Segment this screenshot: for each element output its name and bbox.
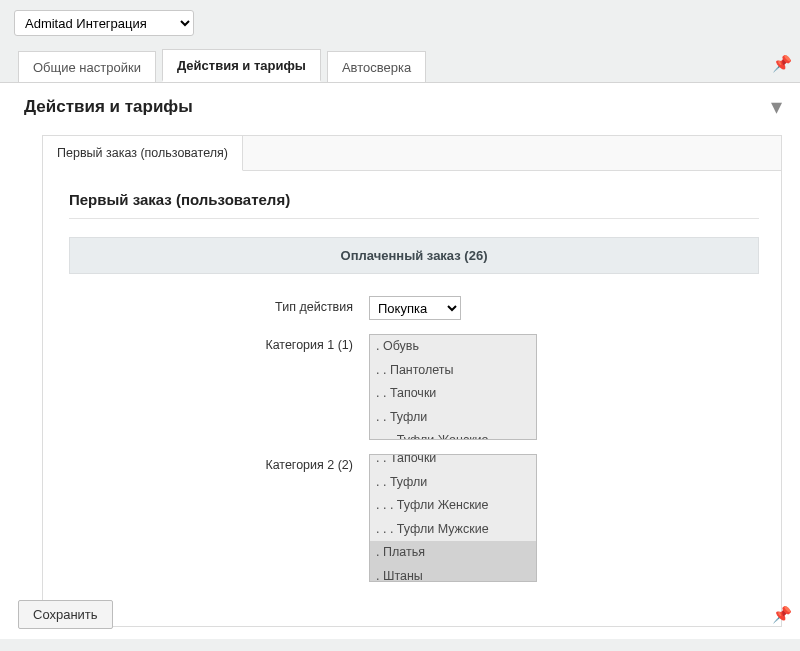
list-item[interactable]: . . Туфли	[370, 406, 536, 430]
list-item[interactable]: . . Тапочки	[370, 382, 536, 406]
actions-panel: Действия и тарифы ▾ Первый заказ (пользо…	[0, 82, 800, 639]
pin-icon[interactable]: 📌	[772, 56, 792, 72]
paid-order-banner: Оплаченный заказ (26)	[69, 237, 759, 274]
list-item[interactable]: . Обувь	[370, 335, 536, 359]
action-type-label: Тип действия	[69, 296, 369, 314]
save-button[interactable]: Сохранить	[18, 600, 113, 629]
action-type-select[interactable]: Покупка	[369, 296, 461, 320]
pin-bottom-icon[interactable]: 📌	[772, 605, 792, 624]
list-item[interactable]: . . . Туфли Мужские	[370, 518, 536, 542]
list-item[interactable]: . Платья	[370, 541, 536, 565]
category1-listbox[interactable]: . Обувь. . Пантолеты. . Тапочки. . Туфли…	[369, 334, 537, 440]
collapse-icon[interactable]: ▾	[771, 100, 782, 114]
inner-tab-first-order[interactable]: Первый заказ (пользователя)	[43, 136, 243, 171]
divider	[69, 218, 759, 219]
list-item[interactable]: . . Тапочки	[370, 454, 536, 471]
category1-label: Категория 1 (1)	[69, 334, 369, 352]
list-item[interactable]: . . Туфли	[370, 471, 536, 495]
module-select[interactable]: Admitad Интеграция	[14, 10, 194, 36]
tab-general[interactable]: Общие настройки	[18, 51, 156, 82]
main-tabs: Общие настройки Действия и тарифы Автосв…	[0, 48, 800, 82]
list-item[interactable]: . . . Туфли Женские	[370, 494, 536, 518]
tab-autocheck[interactable]: Автосверка	[327, 51, 426, 82]
list-item[interactable]: . . Пантолеты	[370, 359, 536, 383]
inner-tab-heading: Первый заказ (пользователя)	[69, 191, 759, 208]
list-item[interactable]: . Штаны	[370, 565, 536, 583]
panel-title: Действия и тарифы	[24, 97, 193, 117]
tab-actions[interactable]: Действия и тарифы	[162, 49, 321, 82]
inner-panel: Первый заказ (пользователя) Первый заказ…	[42, 135, 782, 627]
category2-label: Категория 2 (2)	[69, 454, 369, 472]
list-item[interactable]: . . . Туфли Женские	[370, 429, 536, 440]
category2-listbox[interactable]: . . Тапочки. . Туфли. . . Туфли Женские.…	[369, 454, 537, 582]
